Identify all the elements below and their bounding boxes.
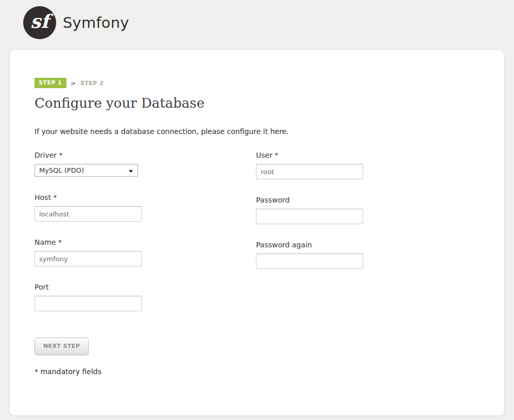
password-label: Password [256, 196, 479, 204]
user-input[interactable] [256, 164, 363, 179]
host-label: Host * [35, 193, 256, 201]
field-user: User * [256, 151, 479, 179]
field-driver: Driver * MySQL (PDO) [35, 151, 256, 177]
step-separator-icon: > [71, 79, 76, 87]
field-name: Name * [35, 238, 256, 266]
driver-select[interactable]: MySQL (PDO) [35, 164, 138, 177]
user-label: User * [256, 151, 479, 159]
password-again-label: Password again [256, 241, 479, 249]
installer-card: STEP 1 > STEP 2 Configure your Database … [9, 49, 505, 416]
database-config-form: Driver * MySQL (PDO) Host * Name * Port [35, 151, 479, 328]
port-input[interactable] [35, 296, 142, 311]
step-breadcrumb: STEP 1 > STEP 2 [35, 78, 479, 88]
mandatory-fields-note: * mandatory fields [35, 367, 479, 376]
page-title: Configure your Database [35, 95, 479, 111]
next-step-button[interactable]: NEXT STEP [35, 338, 89, 355]
step-2-label: STEP 2 [80, 80, 104, 87]
field-password: Password [256, 196, 479, 224]
password-again-input[interactable] [256, 254, 363, 269]
password-input[interactable] [256, 209, 363, 224]
form-right-column: User * Password Password again [256, 151, 479, 328]
brand-title: Symfony [63, 14, 129, 31]
field-host: Host * [35, 193, 256, 222]
form-left-column: Driver * MySQL (PDO) Host * Name * Port [35, 151, 256, 328]
driver-select-wrap: MySQL (PDO) [35, 165, 138, 175]
field-password-again: Password again [256, 241, 479, 269]
port-label: Port [35, 283, 256, 291]
name-label: Name * [35, 238, 256, 246]
intro-text: If your website needs a database connect… [35, 127, 479, 136]
header: sf Symfony [0, 0, 514, 45]
field-port: Port [35, 283, 256, 311]
driver-label: Driver * [35, 151, 256, 159]
name-input[interactable] [35, 251, 142, 266]
step-1-badge: STEP 1 [35, 78, 66, 88]
host-input[interactable] [35, 206, 142, 222]
symfony-logo-icon: sf [23, 6, 56, 39]
